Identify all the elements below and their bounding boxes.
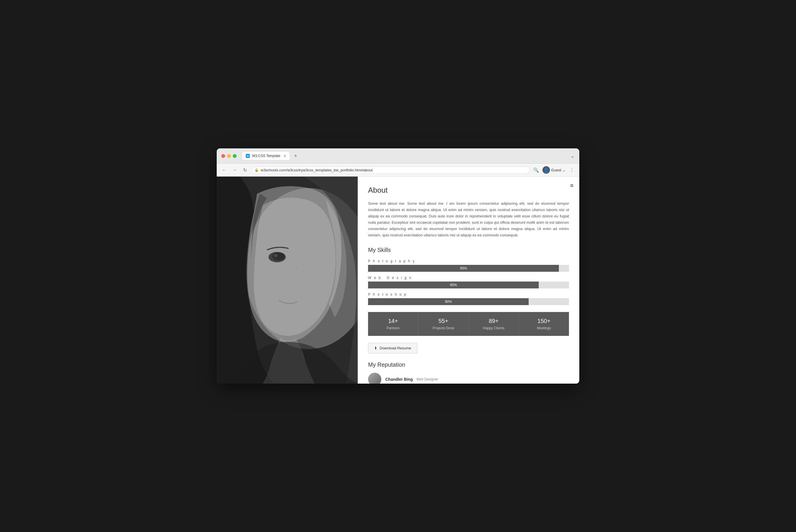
download-icon: ⬇: [374, 346, 377, 350]
stat-projects: 55+ Projects Done: [418, 312, 468, 336]
skill-bar-fill-photography: 95%: [368, 265, 559, 272]
window-menu-button[interactable]: ⌄: [570, 153, 575, 159]
browser-titlebar: W W3.CSS Template × + ⌄: [217, 148, 579, 164]
svg-point-7: [297, 267, 298, 268]
reload-button[interactable]: ↻: [241, 166, 249, 174]
svg-point-9: [281, 274, 282, 275]
back-button[interactable]: ←: [220, 166, 228, 174]
stat-label-clients: Happy Clients: [474, 326, 514, 330]
skill-item-photoshop: P h o t o s h o p 80%: [368, 292, 569, 305]
skills-title: My Skills: [368, 247, 569, 253]
sidebar-image: [217, 176, 358, 384]
rep-avatar: [368, 373, 381, 384]
skill-percent-webdesign: 85%: [450, 283, 457, 287]
browser-tab[interactable]: W W3.CSS Template ×: [242, 152, 290, 160]
svg-point-6: [291, 261, 292, 262]
about-body: Some text about me. Some text about me. …: [368, 201, 569, 239]
svg-point-11: [306, 271, 307, 272]
skill-percent-photoshop: 80%: [445, 300, 452, 304]
svg-point-12: [285, 280, 286, 281]
stat-number-partners: 14+: [373, 318, 413, 324]
close-button[interactable]: [221, 154, 225, 158]
tab-favicon: W: [246, 154, 250, 158]
skill-item-webdesign: W e b D e s i g n 85%: [368, 276, 569, 288]
stat-partners: 14+ Partners: [368, 312, 418, 336]
user-chevron-icon: ⌄: [562, 168, 566, 172]
svg-point-5: [284, 265, 285, 266]
nav-right: 🔍 👤 Guest ⌄ ⋮: [532, 166, 576, 174]
skill-bar-bg-photoshop: 80%: [368, 298, 569, 305]
main-content: ≡ About Some text about me. Some text ab…: [358, 176, 579, 384]
lock-icon: 🔒: [254, 168, 259, 172]
svg-point-4: [274, 254, 277, 257]
download-resume-button[interactable]: ⬇ Download Resume: [368, 343, 417, 354]
rep-name: Chandler Bing: [385, 377, 413, 382]
skill-bar-bg-photography: 95%: [368, 265, 569, 272]
user-menu-button[interactable]: 👤 Guest ⌄: [542, 166, 566, 174]
stat-number-projects: 55+: [423, 318, 464, 324]
url-text: w3schools.com/w3css/tryw3css_templates_b…: [261, 168, 373, 172]
skill-bar-fill-photoshop: 80%: [368, 298, 529, 305]
browser-nav: ← → ↻ 🔒 w3schools.com/w3css/tryw3css_tem…: [217, 164, 579, 176]
tab-close-button[interactable]: ×: [284, 154, 286, 158]
skill-item-photography: P h o t o g r a p h y 95%: [368, 259, 569, 272]
skill-bar-fill-webdesign: 85%: [368, 282, 539, 288]
tab-title: W3.CSS Template: [252, 154, 280, 158]
user-avatar: 👤: [542, 166, 550, 174]
stat-label-meetings: Meetings: [523, 326, 564, 330]
rep-role: Web Designer: [416, 377, 438, 381]
reputation-item: Chandler Bing Web Designer: [368, 373, 569, 384]
portrait-image: [217, 176, 358, 384]
stat-meetings: 150+ Meetings: [519, 312, 569, 336]
browser-window: W W3.CSS Template × + ⌄ ← → ↻ 🔒 w3school…: [217, 148, 579, 384]
forward-button[interactable]: →: [230, 166, 239, 174]
page-content: ≡ About Some text about me. Some text ab…: [217, 176, 579, 384]
reputation-title: My Reputation: [368, 361, 569, 368]
traffic-lights: [221, 154, 237, 158]
menu-icon[interactable]: ≡: [570, 182, 574, 189]
svg-point-10: [303, 264, 303, 265]
stats-bar: 14+ Partners 55+ Projects Done 89+ Happy…: [368, 312, 569, 336]
user-label: Guest: [551, 168, 561, 172]
about-title: About: [368, 186, 569, 195]
skill-percent-photography: 95%: [460, 266, 467, 270]
skill-label-photoshop: P h o t o s h o p: [368, 292, 569, 297]
svg-point-8: [290, 272, 291, 273]
stat-clients: 89+ Happy Clients: [468, 312, 519, 336]
skill-label-webdesign: W e b D e s i g n: [368, 276, 569, 280]
maximize-button[interactable]: [233, 154, 237, 158]
stat-label-partners: Partners: [373, 326, 413, 330]
stat-label-projects: Projects Done: [423, 326, 464, 330]
download-label: Download Resume: [380, 346, 411, 350]
skill-label-photography: P h o t o g r a p h y: [368, 259, 569, 263]
stat-number-meetings: 150+: [523, 318, 564, 324]
address-bar[interactable]: 🔒 w3schools.com/w3css/tryw3css_templates…: [251, 167, 530, 174]
skill-bar-bg-webdesign: 85%: [368, 282, 569, 288]
svg-point-3: [272, 252, 285, 261]
rep-info: Chandler Bing Web Designer: [385, 377, 438, 382]
more-options-button[interactable]: ⋮: [568, 166, 576, 174]
minimize-button[interactable]: [227, 154, 231, 158]
stat-number-clients: 89+: [474, 318, 514, 324]
search-button[interactable]: 🔍: [532, 166, 540, 174]
new-tab-button[interactable]: +: [294, 153, 297, 159]
